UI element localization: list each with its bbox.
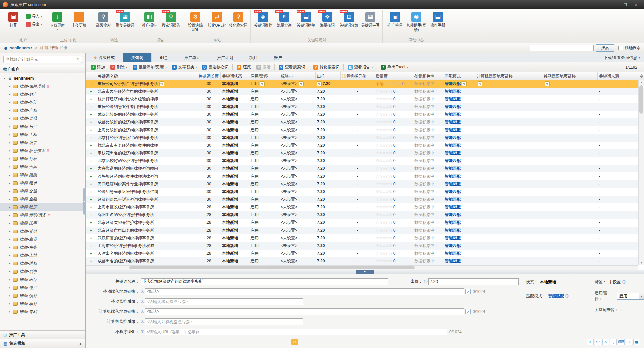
mobile-landing-link-input[interactable] — [145, 288, 464, 295]
maximize-button[interactable]: ❐ — [620, 0, 631, 9]
expand-arrow-icon[interactable]: ▸ — [8, 262, 11, 265]
search-button[interactable]: 搜索 — [596, 44, 614, 52]
toolbox-icon[interactable]: ▦ — [633, 339, 640, 345]
ribbon-button-import[interactable]: ←导入▾ — [26, 14, 42, 19]
sidebar-plan-item[interactable]: ▸律师-财产 — [0, 90, 85, 98]
add-keyword-icon[interactable]: + — [90, 166, 92, 171]
expand-arrow-icon[interactable]: ▸ — [8, 246, 11, 249]
add-keyword-icon[interactable]: + — [90, 220, 92, 225]
info-icon[interactable]: ⓘ — [289, 74, 293, 78]
expand-arrow-icon[interactable]: ▸ — [8, 125, 11, 128]
add-keyword-icon[interactable]: + — [90, 143, 92, 148]
miniapp-info-icon[interactable]: ⓘ — [141, 329, 144, 334]
sidebar-plan-item[interactable]: ▸律师-医疗 — [0, 276, 85, 284]
sidebar-plan-item[interactable]: ▸律师-民事 — [0, 219, 85, 227]
add-keyword-icon[interactable]: + — [90, 120, 92, 125]
sidebar-plan-item[interactable]: ▸律师-股票 — [0, 139, 85, 147]
keyword-row[interactable]: +重庆公司经济财产纠纷律师事务所✎30本地新增启用✎<未设置>✎✎7.20-采纳… — [86, 80, 638, 88]
expand-arrow-icon[interactable]: ▸ — [8, 221, 11, 225]
add-keyword-icon[interactable]: + — [90, 158, 92, 163]
open-mobile-link-icon[interactable]: ↗ — [465, 289, 471, 294]
keyword-row[interactable]: +北京经济类犯罪辩护律师事务所28本地新增启用<未设置>7.20-☆☆☆☆☆0数… — [86, 219, 638, 227]
edit-icon[interactable]: ✎ — [159, 81, 164, 86]
promotion-tools-button[interactable]: ⊞ 推广工具 — [0, 331, 85, 339]
add-keyword-icon[interactable]: + — [90, 243, 92, 248]
sidebar-plan-item[interactable]: ▸律师-其他 — [0, 227, 85, 235]
tab-unit[interactable]: 推广单元 — [176, 53, 209, 62]
chinese-mode-icon[interactable]: 中 — [595, 339, 601, 345]
bid-input[interactable] — [428, 278, 519, 285]
expand-arrow-icon[interactable]: ▸ — [8, 109, 11, 112]
fullwidth-icon[interactable]: ◑ — [602, 339, 609, 345]
ribbon-button-search-term-report[interactable]: ⚲NEW搜索词报告 — [160, 11, 181, 28]
add-keyword-icon[interactable]: + — [90, 182, 92, 187]
ribbon-button-duplicate-keywords[interactable]: ▦NEW重复关键词▾ — [114, 11, 135, 31]
ribbon-button-keyword-ranking[interactable]: ▤NEW关键词榜单 — [295, 11, 316, 28]
keyword-row[interactable]: +上海市擅长经济纠纷律师事务所28本地新增启用<未设置>7.20-☆☆☆☆☆0数… — [86, 203, 638, 211]
add-keyword-icon[interactable]: + — [90, 189, 92, 194]
add-keyword-icon[interactable]: + — [90, 251, 92, 256]
add-keyword-icon[interactable]: + — [90, 205, 92, 210]
toolbar-button-delete[interactable]: ✕删除▾ — [108, 64, 130, 70]
sidebar-plan-item[interactable]: ▸律师-产权 — [0, 106, 85, 114]
expand-arrow-icon[interactable]: ▸ — [8, 278, 11, 281]
expand-arrow-icon[interactable]: ▸ — [8, 189, 11, 193]
sidebar-plan-item[interactable]: ▸律师-监狱 — [0, 114, 85, 122]
toolbar-button-export-excel[interactable]: X导出Excel▾ — [378, 64, 410, 70]
horizontal-scrollbar[interactable]: ||| — [86, 265, 638, 270]
column-header-tag[interactable]: 标签ⓘ — [279, 72, 316, 80]
column-header-relevance[interactable]: 创意相关性 — [413, 72, 443, 80]
keyword-row[interactable]: +沙坪坝经济纠纷案件律师法律咨询30本地新增启用<未设置>7.20-☆☆☆☆☆0… — [86, 172, 638, 180]
keyword-row[interactable]: +重庆经济纠纷案件专门律师事务所30本地新增启用<未设置>7.20-☆☆☆☆☆0… — [86, 103, 638, 111]
table-settings-gear-icon[interactable]: ⚙ — [640, 72, 643, 80]
keyword-row[interactable]: +上海比较好的经济纠纷律师事务所30本地新增启用<未设置>7.20-☆☆☆☆☆0… — [86, 126, 638, 134]
column-header-enable-pause[interactable]: 启用/暂停 — [249, 72, 279, 80]
sidebar-plan-item[interactable]: ▸律师-税务 — [0, 243, 85, 251]
expand-arrow-icon[interactable]: ▸ — [8, 181, 11, 185]
sidebar-plan-item[interactable]: ▸律师-房产 — [0, 122, 85, 131]
ribbon-button-smart-assistant[interactable]: ◉智能助手(反馈) — [406, 11, 427, 32]
sidebar-plan-item[interactable]: ▸律师-职务 — [0, 300, 85, 308]
exact-search-checkbox[interactable] — [618, 46, 623, 50]
close-button[interactable]: ✕ — [631, 0, 641, 9]
toolbar-button-text-replace[interactable]: A文字替换▾ — [169, 64, 199, 70]
add-keyword-icon[interactable]: + — [90, 228, 92, 233]
tag-info-icon[interactable]: ⓘ — [622, 280, 626, 285]
tab-plan[interactable]: 推广计划 — [209, 53, 241, 62]
global-search-input[interactable] — [530, 45, 594, 51]
expand-arrow-icon[interactable]: ▸ — [8, 101, 11, 104]
ribbon-button-operation-manual[interactable]: ▤操作手册 — [427, 11, 448, 28]
keyword-row[interactable]: +成都出名的经济纠纷律师事务所28本地新增启用<未设置>7.20-☆☆☆☆☆0数… — [86, 257, 638, 265]
sidebar-plan-item[interactable]: ▸律师-故意伤害‼ — [0, 147, 85, 155]
toolbar-button-restore[interactable]: ↺还原 — [234, 64, 254, 70]
sidebar-plan-item[interactable]: ▸律师-合同 — [0, 163, 85, 171]
miniapp-url-input[interactable] — [145, 329, 447, 335]
expand-arrow-icon[interactable]: ▸ — [8, 205, 11, 209]
mobile-suffix-info-icon[interactable]: ⓘ — [141, 299, 144, 304]
ribbon-button-conversion-search-terms[interactable]: ⚲转化搜索词 — [228, 11, 249, 28]
search-icon[interactable]: ⚲ — [76, 57, 80, 62]
collapse-arrow-icon[interactable]: ▾ — [3, 77, 6, 80]
add-keyword-icon[interactable]: + — [90, 151, 92, 156]
expand-arrow-icon[interactable]: ▸ — [8, 173, 11, 177]
sidebar-collapse-handle[interactable]: ◂ — [83, 188, 86, 215]
horizontal-scrollbar-thumb[interactable]: ||| — [129, 266, 415, 269]
sidebar-plan-item[interactable]: ▸律师-继承 — [0, 179, 85, 187]
vertical-scrollbar[interactable]: ▲ ▼ — [638, 80, 644, 265]
expand-arrow-icon[interactable]: ▸ — [8, 213, 11, 217]
find-plan-input[interactable] — [3, 56, 82, 63]
add-keyword-icon[interactable]: + — [90, 259, 92, 264]
edit-icon[interactable]: ✎ — [260, 81, 265, 86]
sidebar-plan-item[interactable]: ▸律师-债务 — [0, 292, 85, 300]
ribbon-button-keyword-recommend[interactable]: ◈NEW关键词推荐 — [252, 11, 273, 28]
column-header-quality[interactable]: 质量度 — [374, 72, 413, 80]
keyword-row[interactable]: +杭州打经济纠纷比较有经验的律师30本地新增启用<未设置>7.20-☆☆☆☆☆0… — [86, 95, 638, 103]
ribbon-button-upload-update[interactable]: ↑上传更新 — [68, 11, 89, 28]
enable-pause-select[interactable]: 启用 ▾ — [617, 293, 644, 300]
column-header-add[interactable] — [86, 72, 96, 80]
sidebar-plan-item[interactable]: ▸律师-经济 — [0, 203, 85, 211]
expand-arrow-icon[interactable]: ▸ — [8, 270, 11, 273]
punctuation-icon[interactable]: ， — [610, 339, 617, 345]
bid-info-icon[interactable]: ⓘ — [424, 279, 428, 284]
ribbon-button-keyword-grouping[interactable]: ⊞NEW关键词分组 — [338, 11, 359, 28]
